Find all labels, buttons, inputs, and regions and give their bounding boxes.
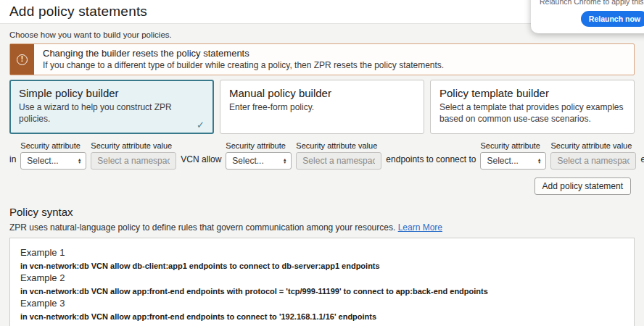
card-simple-policy-builder[interactable]: Simple policy builder Use a wizard to he… <box>9 80 214 134</box>
card-manual-policy-builder[interactable]: Manual policy builder Enter free-form po… <box>220 80 424 134</box>
example-statement: in vcn-network:db VCN allow app:front-en… <box>20 287 624 296</box>
card-title: Manual policy builder <box>229 87 415 99</box>
warning-exclamation-icon: ! <box>17 54 28 65</box>
builder-card-row: Simple policy builder Use a wizard to he… <box>9 80 635 134</box>
example-label: Example 1 <box>20 247 624 258</box>
warning-accent-strip: ! <box>10 44 34 75</box>
example-label: Example 3 <box>20 298 624 309</box>
policy-statement-row: in Security attribute Select... ▲▼ Secur… <box>9 141 635 170</box>
card-policy-template-builder[interactable]: Policy template builder Select a templat… <box>430 80 635 134</box>
relaunch-message: Relaunch Chrome to apply this update <box>540 0 644 6</box>
select-value: Select... <box>232 156 263 166</box>
card-description: Use a wizard to help you construct ZPR p… <box>19 102 205 125</box>
security-attribute-value-label: Security attribute value <box>91 141 176 150</box>
statement-group-3: Security attribute Select... ▲▼ Security… <box>480 141 636 170</box>
card-title: Simple policy builder <box>19 87 205 99</box>
security-attribute-label: Security attribute <box>20 141 86 150</box>
policy-syntax-description: ZPR uses natural-language policy to defi… <box>9 222 635 233</box>
page-title: Add policy statements <box>9 4 147 20</box>
statement-group-1: Security attribute Select... ▲▼ Security… <box>20 141 176 170</box>
warning-description: If you change to a different type of bui… <box>43 60 444 70</box>
statement-group-2: Security attribute Select... ▲▼ Security… <box>226 141 381 170</box>
card-description: Select a template that provides policy e… <box>439 102 625 125</box>
add-policy-statement-button[interactable]: Add policy statement <box>534 177 631 195</box>
select-updown-chevron-icon: ▲▼ <box>283 158 286 164</box>
main-content: Choose how you want to build your polici… <box>0 30 644 326</box>
policy-examples-box: Example 1 in vcn-network:db VCN allow db… <box>9 238 635 326</box>
learn-more-link[interactable]: Learn More <box>398 222 442 233</box>
example-statement: in vcn-network:db VCN allow app:front-en… <box>20 312 624 321</box>
statement-suffix-endpoints: endpoints <box>640 154 644 170</box>
card-description: Enter free-form policy. <box>229 102 415 114</box>
security-attribute-value-input-1[interactable] <box>91 152 176 170</box>
statement-connector-vcn-allow: VCN allow <box>181 154 221 170</box>
selected-check-icon: ✓ <box>197 120 205 130</box>
statement-prefix-in: in <box>9 154 16 170</box>
security-attribute-select-1[interactable]: Select... ▲▼ <box>20 152 86 170</box>
security-attribute-label: Security attribute <box>226 141 292 150</box>
security-attribute-select-2[interactable]: Select... ▲▼ <box>226 152 292 170</box>
select-value: Select... <box>27 156 58 166</box>
security-attribute-value-label: Security attribute value <box>296 141 381 150</box>
security-attribute-value-input-3[interactable] <box>550 152 636 170</box>
warning-banner: ! Changing the builder resets the policy… <box>9 43 635 75</box>
security-attribute-value-label: Security attribute value <box>550 141 636 150</box>
chrome-relaunch-popup: Relaunch Chrome to apply this update Rel… <box>531 0 644 33</box>
example-label: Example 2 <box>20 272 624 283</box>
relaunch-now-button[interactable]: Relaunch now <box>581 11 644 27</box>
security-attribute-select-3[interactable]: Select... ▲▼ <box>480 152 546 170</box>
select-updown-chevron-icon: ▲▼ <box>78 158 81 164</box>
policy-syntax-description-text: ZPR uses natural-language policy to defi… <box>9 222 395 233</box>
policy-syntax-heading: Policy syntax <box>9 206 635 218</box>
warning-text: Changing the builder resets the policy s… <box>34 44 453 75</box>
security-attribute-label: Security attribute <box>480 141 546 150</box>
warning-title: Changing the builder resets the policy s… <box>43 48 444 59</box>
add-statement-row: Add policy statement <box>9 177 635 195</box>
statement-connector-endpoints-to-connect-to: endpoints to connect to <box>386 154 476 170</box>
select-updown-chevron-icon: ▲▼ <box>537 158 541 164</box>
example-statement: in vcn-network:db VCN allow db-client:ap… <box>20 262 624 270</box>
security-attribute-value-input-2[interactable] <box>296 152 381 170</box>
select-value: Select... <box>487 156 518 166</box>
card-title: Policy template builder <box>439 87 625 99</box>
